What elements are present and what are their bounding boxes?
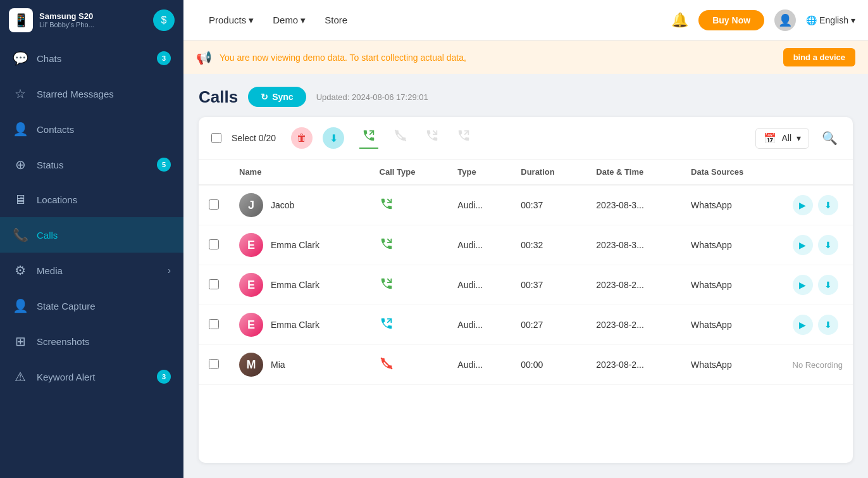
download-icon: ⬇ [330,132,338,144]
search-button[interactable]: 🔍 [819,128,840,148]
row-checkbox-cell[interactable] [199,345,229,385]
language-selector[interactable]: 🌐 English ▾ [806,15,855,25]
call-type-icon [380,199,394,213]
media-icon: ⚙ [13,263,28,278]
row-checkbox[interactable] [209,239,219,249]
row-checkbox-cell[interactable] [199,265,229,305]
calls-table-scroll[interactable]: Name Call Type Type Duration Date & Time… [199,160,853,463]
sidebar-item-keyword-alert[interactable]: ⚠ Keyword Alert 3 [0,359,183,394]
chevron-down-icon: ▾ [851,15,855,25]
device-info: Samsung S20 Lil' Bobby's Pho... [39,11,94,28]
filter-incoming-button2[interactable] [423,127,442,149]
play-button[interactable]: ▶ [793,235,813,255]
row-name-cell: E Emma Clark [229,305,369,345]
select-all-checkbox[interactable] [211,133,221,143]
download-row-button[interactable]: ⬇ [818,195,838,215]
sidebar-item-starred[interactable]: ☆ Starred Messages [0,76,183,111]
notification-bell-icon[interactable]: 🔔 [671,12,688,28]
row-datetime-cell: 2023-08-3... [586,225,681,265]
megaphone-icon: 📢 [196,50,212,65]
col-call-type: Call Type [369,160,448,185]
sidebar-item-label: Media [37,265,159,276]
row-duration-cell: 00:37 [511,265,586,305]
contacts-icon: 👤 [13,122,28,137]
row-checkbox[interactable] [209,279,219,289]
filter-missed-calls-button[interactable] [391,127,410,149]
row-checkbox-cell[interactable] [199,305,229,345]
sidebar-item-label: Screenshots [37,336,171,347]
bind-device-button[interactable]: bind a device [783,48,855,66]
date-filter-dropdown[interactable]: 📅 All ▾ [755,128,809,149]
no-recording-label: No Recording [793,360,843,370]
download-row-button[interactable]: ⬇ [818,235,838,255]
contact-name: Jacob [271,200,294,210]
download-row-button[interactable]: ⬇ [818,315,838,335]
sidebar-item-state-capture[interactable]: 👤 State Capture [0,288,183,324]
play-button[interactable]: ▶ [793,195,813,215]
sidebar-item-screenshots[interactable]: ⊞ Screenshots [0,324,183,359]
sidebar-item-status[interactable]: ⊕ Status 5 [0,147,183,182]
sidebar-item-calls[interactable]: 📞 Calls [0,217,183,253]
download-row-button[interactable]: ⬇ [818,275,838,295]
sidebar-item-contacts[interactable]: 👤 Contacts [0,111,183,147]
filter-incoming-calls-button[interactable] [359,127,378,149]
contact-name: Emma Clark [271,320,319,330]
row-checkbox[interactable] [209,319,219,329]
call-type-icon [380,279,394,293]
sidebar-item-label: Locations [37,194,171,205]
col-duration: Duration [511,160,586,185]
play-button[interactable]: ▶ [793,315,813,335]
row-checkbox[interactable] [209,199,219,210]
avatar-cell: J Jacob [239,193,359,217]
sidebar-item-label: Contacts [37,124,171,135]
avatar-cell: E Emma Clark [239,313,359,337]
page-title: Calls [199,87,238,107]
search-icon: 🔍 [822,131,838,145]
sidebar-item-media[interactable]: ⚙ Media › [0,253,183,288]
main-content: 📢 You are now viewing demo data. To star… [183,41,868,478]
nav-store[interactable]: Store [325,15,347,25]
calls-icon: 📞 [13,227,28,242]
row-checkbox-cell[interactable] [199,185,229,225]
status-icon: ⊕ [13,157,28,172]
nav-links: Products ▾ Demo ▾ Store [209,15,671,26]
action-buttons: ▶ ⬇ [793,235,843,255]
buy-now-button[interactable]: Buy Now [698,10,764,30]
col-name: Name [229,160,369,185]
chats-badge: 3 [157,51,171,65]
row-type-cell: Audi... [447,185,511,225]
filter-outgoing-button[interactable] [454,127,473,149]
row-checkbox[interactable] [209,359,219,369]
sync-avatar[interactable]: $ [153,9,175,31]
row-actions-cell: No Recording [783,345,853,385]
row-duration-cell: 00:00 [511,345,586,385]
nav-products[interactable]: Products ▾ [209,15,254,26]
sync-button[interactable]: ↻ Sync [248,87,306,107]
avatar-cell: E Emma Clark [239,273,359,297]
device-icon: 📱 [13,13,29,28]
avatar: M [239,353,263,377]
main-layout: 💬 Chats 3 ☆ Starred Messages 👤 Contacts … [0,41,868,478]
device-name: Samsung S20 [39,11,94,21]
user-avatar[interactable]: 👤 [774,9,796,31]
row-name-cell: E Emma Clark [229,265,369,305]
calendar-icon: 📅 [764,132,776,144]
play-button[interactable]: ▶ [793,275,813,295]
sidebar-item-locations[interactable]: 🖥 Locations [0,182,183,217]
sidebar: 💬 Chats 3 ☆ Starred Messages 👤 Contacts … [0,41,183,478]
sidebar-item-label: Starred Messages [37,89,171,99]
avatar: E [239,273,263,297]
table-row: M Mia Audi... 00:00 2023-08-2... WhatsAp… [199,345,853,385]
call-type-icon [380,359,394,373]
delete-button[interactable]: 🗑 [291,127,313,149]
row-checkbox-cell[interactable] [199,225,229,265]
chevron-down-icon: ▾ [797,133,801,143]
col-actions [783,160,853,185]
sidebar-item-label: Status [37,160,148,170]
row-actions-cell: ▶ ⬇ [783,265,853,305]
download-button[interactable]: ⬇ [323,127,344,149]
nav-demo[interactable]: Demo ▾ [273,15,306,26]
sidebar-item-chats[interactable]: 💬 Chats 3 [0,41,183,76]
col-datetime: Date & Time [586,160,681,185]
row-actions-cell: ▶ ⬇ [783,225,853,265]
